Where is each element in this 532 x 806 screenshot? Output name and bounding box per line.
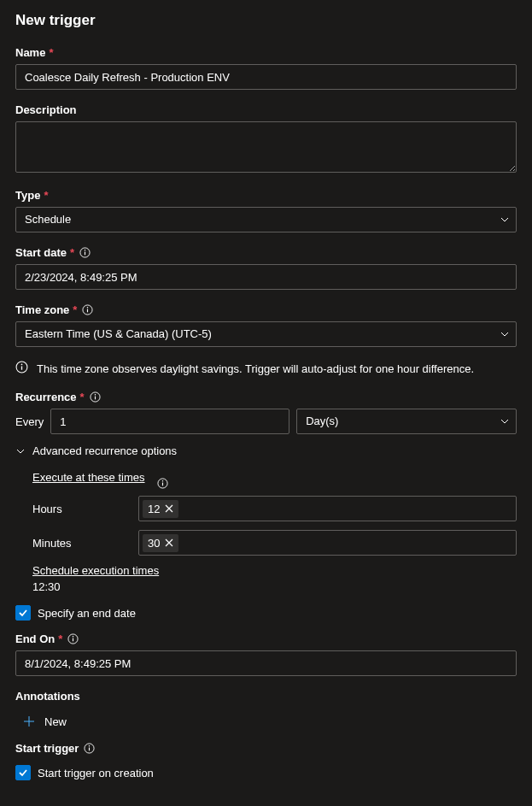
type-select[interactable]: Schedule — [15, 207, 517, 232]
start-trigger-label: Start trigger — [15, 742, 95, 755]
start-trigger-label-text: Start trigger — [15, 742, 79, 755]
end-on-input[interactable] — [15, 650, 517, 676]
description-group: Description — [15, 103, 517, 175]
type-label-text: Type — [15, 189, 40, 202]
start-date-input[interactable] — [15, 264, 517, 290]
type-group: Type * Schedule — [15, 189, 517, 232]
svg-point-1 — [85, 250, 85, 250]
description-input[interactable] — [15, 121, 517, 173]
svg-rect-14 — [161, 483, 162, 486]
info-icon[interactable] — [84, 743, 95, 754]
name-group: Name * — [15, 46, 517, 90]
specify-end-date-checkbox[interactable] — [15, 605, 31, 621]
svg-rect-11 — [95, 397, 96, 400]
recurrence-unit-select[interactable]: Day(s) — [296, 409, 517, 434]
annotations-label: Annotations — [15, 690, 80, 703]
time-zone-label-text: Time zone — [15, 303, 69, 316]
annotations-group: Annotations New — [15, 690, 517, 728]
svg-point-10 — [94, 394, 95, 395]
advanced-header[interactable]: Advanced recurrence options — [15, 444, 517, 457]
info-icon[interactable] — [79, 247, 91, 258]
hours-input[interactable]: 12 — [138, 496, 517, 521]
close-icon[interactable] — [165, 504, 173, 513]
start-trigger-row: Start trigger on creation — [15, 765, 517, 780]
end-on-label-text: End On — [15, 632, 55, 645]
type-label: Type * — [15, 189, 48, 202]
minutes-tag-value: 30 — [148, 537, 160, 550]
svg-rect-2 — [85, 252, 85, 256]
svg-point-19 — [89, 745, 90, 746]
annotations-label-text: Annotations — [15, 690, 80, 703]
every-label: Every — [15, 415, 44, 428]
recurrence-label: Recurrence * — [15, 391, 101, 403]
recurrence-label-text: Recurrence — [15, 391, 77, 403]
specify-end-date-row: Specify an end date — [15, 605, 517, 621]
hours-tag: 12 — [143, 500, 178, 518]
annotations-new-label: New — [44, 715, 67, 728]
name-label-text: Name — [15, 46, 45, 59]
required-asterisk: * — [44, 189, 48, 202]
recurrence-group: Recurrence * Every Day(s) — [15, 391, 517, 434]
info-icon — [15, 361, 28, 374]
schedule-times-value: 12:30 — [32, 580, 517, 593]
start-trigger-checkbox-label: Start trigger on creation — [38, 767, 154, 780]
close-icon[interactable] — [165, 538, 173, 547]
svg-point-4 — [87, 307, 88, 308]
execute-times-title: Execute at these times — [32, 471, 145, 484]
start-date-group: Start date * — [15, 246, 517, 290]
end-on-group: End On * — [15, 632, 517, 676]
time-zone-group: Time zone * Eastern Time (US & Canada) (… — [15, 303, 517, 347]
start-trigger-group: Start trigger — [15, 742, 517, 760]
required-asterisk: * — [70, 246, 74, 259]
required-asterisk: * — [58, 632, 62, 645]
dst-notice: This time zone observes daylight savings… — [15, 361, 517, 375]
description-label: Description — [15, 103, 77, 116]
time-zone-label: Time zone * — [15, 303, 93, 316]
schedule-times-title: Schedule execution times — [32, 564, 517, 577]
name-input[interactable] — [15, 64, 517, 90]
start-date-label: Start date * — [15, 246, 91, 259]
start-date-label-text: Start date — [15, 246, 67, 259]
info-icon[interactable] — [90, 391, 101, 403]
minutes-row: Minutes 30 — [32, 530, 517, 556]
description-label-text: Description — [15, 103, 77, 116]
hours-row: Hours 12 — [32, 496, 517, 521]
info-icon[interactable] — [67, 633, 79, 644]
minutes-tag: 30 — [143, 534, 178, 552]
info-icon[interactable] — [82, 304, 93, 315]
name-label: Name * — [15, 46, 53, 59]
required-asterisk: * — [49, 46, 53, 59]
svg-rect-8 — [21, 366, 22, 369]
svg-rect-17 — [73, 638, 73, 642]
minutes-label: Minutes — [32, 537, 138, 550]
recurrence-every-input[interactable] — [50, 409, 289, 434]
required-asterisk: * — [73, 303, 77, 316]
page-title: New trigger — [15, 12, 517, 29]
info-icon[interactable] — [157, 478, 168, 489]
svg-point-13 — [161, 480, 162, 481]
annotations-new-button[interactable]: New — [15, 715, 517, 728]
start-trigger-checkbox[interactable] — [15, 765, 31, 780]
specify-end-date-label: Specify an end date — [38, 607, 136, 620]
time-zone-select[interactable]: Eastern Time (US & Canada) (UTC-5) — [15, 321, 517, 347]
svg-rect-20 — [89, 748, 90, 751]
minutes-input[interactable]: 30 — [138, 530, 517, 556]
required-asterisk: * — [80, 391, 85, 403]
dst-notice-text: This time zone observes daylight savings… — [37, 361, 474, 375]
advanced-header-text: Advanced recurrence options — [32, 444, 177, 457]
chevron-down-icon — [15, 446, 26, 456]
end-on-label: End On * — [15, 632, 79, 645]
plus-icon — [22, 715, 36, 728]
svg-point-16 — [73, 636, 73, 637]
svg-point-7 — [21, 363, 23, 365]
hours-tag-value: 12 — [148, 503, 160, 515]
advanced-section: Execute at these times Hours 12 Minutes … — [15, 471, 517, 593]
hours-label: Hours — [32, 503, 138, 515]
svg-rect-5 — [87, 309, 88, 313]
